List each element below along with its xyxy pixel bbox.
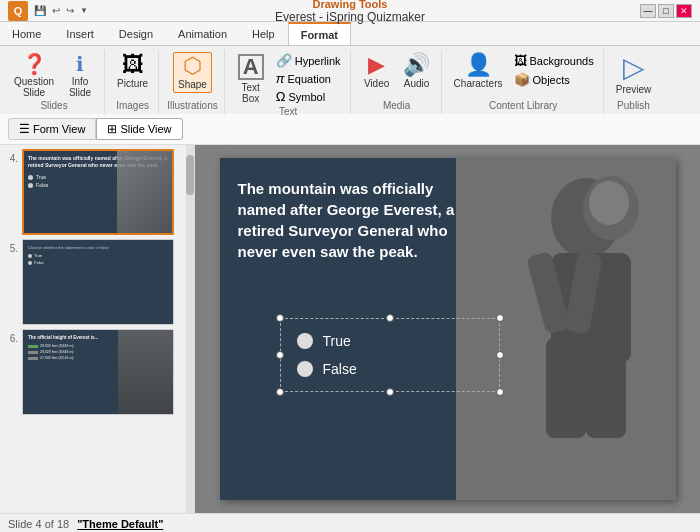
characters-btn[interactable]: 👤 Characters bbox=[450, 52, 507, 91]
slide-num-4: 4. bbox=[4, 149, 18, 164]
content-col: 🖼 Backgrounds 📦 Objects bbox=[511, 52, 597, 88]
picture-label: Picture bbox=[117, 78, 148, 89]
tab-insert[interactable]: Insert bbox=[54, 22, 107, 45]
text-group-label: Text bbox=[279, 106, 297, 120]
question-slide-btn[interactable]: ❓ QuestionSlide bbox=[10, 52, 58, 100]
equation-icon: π bbox=[276, 71, 285, 86]
canvas-area[interactable]: The mountain was officially named after … bbox=[195, 145, 700, 513]
shape-icon: ⬡ bbox=[183, 55, 202, 77]
characters-label: Characters bbox=[454, 78, 503, 89]
answer-false[interactable]: False bbox=[293, 355, 487, 383]
objects-btn[interactable]: 📦 Objects bbox=[511, 71, 597, 88]
images-group-items: 🖼 Picture bbox=[113, 50, 152, 100]
video-icon: ▶ bbox=[368, 54, 385, 76]
radio-true bbox=[297, 333, 313, 349]
slide-num-6: 6. bbox=[4, 329, 18, 344]
shape-btn[interactable]: ⬡ Shape bbox=[173, 52, 212, 93]
close-btn[interactable]: ✕ bbox=[676, 4, 692, 18]
tab-design[interactable]: Design bbox=[107, 22, 166, 45]
slide-panel: 4. The mountain was officially named aft… bbox=[0, 145, 195, 513]
scrollbar-thumb bbox=[186, 155, 194, 195]
form-view-label: Form View bbox=[33, 123, 85, 135]
content-group-items: 👤 Characters 🖼 Backgrounds 📦 Objects bbox=[450, 50, 597, 100]
slide-view-btn[interactable]: ⊞ Slide View bbox=[96, 118, 182, 140]
slide-image-5[interactable]: Choose whether the statement is true or … bbox=[22, 239, 174, 325]
tab-animation[interactable]: Animation bbox=[166, 22, 240, 45]
slide-panel-scrollbar[interactable] bbox=[186, 145, 194, 513]
characters-icon: 👤 bbox=[465, 54, 492, 76]
audio-btn[interactable]: 🔊 Audio bbox=[399, 52, 435, 91]
handle-bc bbox=[386, 388, 394, 396]
slide-canvas[interactable]: The mountain was officially named after … bbox=[220, 158, 676, 500]
question-slide-label: QuestionSlide bbox=[14, 76, 54, 98]
slide-num-5: 5. bbox=[4, 239, 18, 254]
slide-thumb-5[interactable]: 5. Choose whether the statement is true … bbox=[4, 239, 190, 325]
textbox-btn[interactable]: A TextBox bbox=[233, 52, 269, 106]
preview-btn[interactable]: ▷ Preview bbox=[612, 52, 656, 97]
handle-mr bbox=[496, 351, 504, 359]
app-icon: Q bbox=[8, 1, 28, 21]
shape-label: Shape bbox=[178, 79, 207, 90]
illustrations-group-items: ⬡ Shape bbox=[173, 50, 212, 100]
illustrations-group-label: Illustrations bbox=[167, 100, 218, 114]
question-icon: ❓ bbox=[22, 54, 47, 74]
view-toggle: ☰ Form View ⊞ Slide View bbox=[0, 114, 700, 145]
ribbon-group-content-library: 👤 Characters 🖼 Backgrounds 📦 Objects Con… bbox=[444, 50, 604, 114]
media-group-items: ▶ Video 🔊 Audio bbox=[359, 50, 435, 100]
slide-view-label: Slide View bbox=[120, 123, 171, 135]
undo-icon[interactable]: ↩ bbox=[50, 4, 62, 17]
slide-image-6[interactable]: The official height of Everest is... 29,… bbox=[22, 329, 174, 415]
slide-image-4[interactable]: The mountain was officially named after … bbox=[22, 149, 174, 235]
thumb6-content: The official height of Everest is... 29,… bbox=[23, 330, 173, 414]
hyperlink-btn[interactable]: 🔗 Hyperlink bbox=[273, 52, 344, 69]
handle-tl bbox=[276, 314, 284, 322]
equation-label: Equation bbox=[287, 73, 330, 85]
handle-tr bbox=[496, 314, 504, 322]
thumb4-content: The mountain was officially named after … bbox=[24, 151, 172, 233]
video-btn[interactable]: ▶ Video bbox=[359, 52, 395, 91]
backgrounds-icon: 🖼 bbox=[514, 53, 527, 68]
equation-btn[interactable]: π Equation bbox=[273, 70, 344, 87]
quick-access-toolbar: 💾 ↩ ↪ ▼ bbox=[32, 4, 90, 17]
symbol-label: Symbol bbox=[288, 91, 325, 103]
video-label: Video bbox=[364, 78, 389, 89]
backgrounds-label: Backgrounds bbox=[530, 55, 594, 67]
customize-icon[interactable]: ▼ bbox=[78, 5, 90, 16]
maximize-btn[interactable]: □ bbox=[658, 4, 674, 18]
minimize-btn[interactable]: — bbox=[640, 4, 656, 18]
backgrounds-btn[interactable]: 🖼 Backgrounds bbox=[511, 52, 597, 69]
tab-home[interactable]: Home bbox=[0, 22, 54, 45]
slide-info: Slide 4 of 18 bbox=[8, 518, 69, 530]
objects-label: Objects bbox=[533, 74, 570, 86]
title-bar-left: Q 💾 ↩ ↪ ▼ bbox=[8, 1, 90, 21]
redo-icon[interactable]: ↪ bbox=[64, 4, 76, 17]
answer-true[interactable]: True bbox=[293, 327, 487, 355]
save-icon[interactable]: 💾 bbox=[32, 4, 48, 17]
ribbon-group-images: 🖼 Picture Images bbox=[107, 50, 159, 114]
text-group-items: A TextBox 🔗 Hyperlink π Equation Ω Symbo… bbox=[233, 50, 344, 106]
form-view-btn[interactable]: ☰ Form View bbox=[8, 118, 96, 140]
info-slide-btn[interactable]: ℹ InfoSlide bbox=[62, 52, 98, 100]
symbol-btn[interactable]: Ω Symbol bbox=[273, 88, 344, 105]
handle-bl bbox=[276, 388, 284, 396]
info-icon: ℹ bbox=[76, 54, 84, 74]
theme-label: "Theme Default" bbox=[77, 518, 163, 530]
answer-box[interactable]: True False bbox=[280, 318, 500, 392]
textbox-icon: A bbox=[238, 54, 264, 80]
text-group-col: 🔗 Hyperlink π Equation Ω Symbol bbox=[273, 52, 344, 105]
picture-btn[interactable]: 🖼 Picture bbox=[113, 52, 152, 91]
slide-thumb-6[interactable]: 6. The official height of Everest is... … bbox=[4, 329, 190, 415]
tab-help[interactable]: Help bbox=[240, 22, 288, 45]
publish-group-items: ▷ Preview bbox=[612, 50, 656, 100]
ribbon-group-text: A TextBox 🔗 Hyperlink π Equation Ω Symbo… bbox=[227, 50, 351, 114]
tab-format[interactable]: Format bbox=[288, 22, 351, 45]
publish-group-label: Publish bbox=[617, 100, 650, 114]
slides-group-label: Slides bbox=[40, 100, 67, 114]
window-controls: — □ ✕ bbox=[640, 4, 692, 18]
main-area: 4. The mountain was officially named aft… bbox=[0, 145, 700, 513]
radio-false bbox=[297, 361, 313, 377]
slide-thumb-4[interactable]: 4. The mountain was officially named aft… bbox=[4, 149, 190, 235]
ribbon-group-slides: ❓ QuestionSlide ℹ InfoSlide Slides bbox=[4, 50, 105, 114]
audio-icon: 🔊 bbox=[403, 54, 430, 76]
handle-br bbox=[496, 388, 504, 396]
